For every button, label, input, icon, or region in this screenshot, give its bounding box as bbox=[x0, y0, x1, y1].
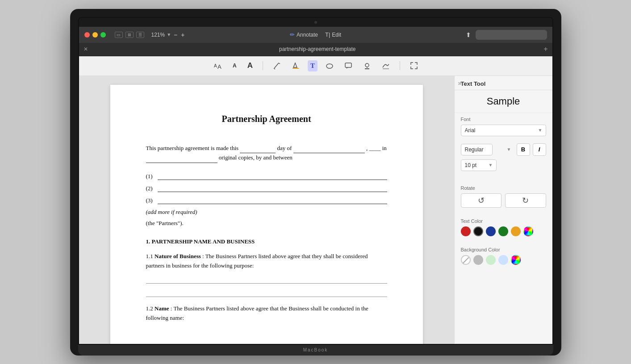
bg-color-light-green[interactable] bbox=[486, 255, 496, 265]
expand-tool-button[interactable] bbox=[407, 60, 421, 71]
single-page-icon[interactable]: ▭ bbox=[115, 32, 123, 38]
blank-month bbox=[293, 144, 365, 154]
section-1-1-lines bbox=[146, 274, 387, 297]
text-tool-button[interactable]: T bbox=[308, 60, 318, 71]
line-2 bbox=[146, 287, 387, 297]
svg-point-8 bbox=[365, 63, 369, 67]
tab-title: partnership-agreement-template bbox=[92, 46, 544, 52]
text-color-rainbow[interactable] bbox=[523, 226, 533, 236]
edit-button[interactable]: T| Edit bbox=[325, 31, 341, 38]
share-button[interactable]: ⬆ bbox=[466, 31, 471, 38]
font-label: Font bbox=[461, 117, 546, 122]
zoom-chevron: ▼ bbox=[167, 32, 171, 37]
text-color-dark-blue[interactable] bbox=[486, 226, 496, 236]
tab-close-button[interactable]: ✕ bbox=[84, 46, 88, 52]
zoom-in-button[interactable]: + bbox=[180, 31, 185, 38]
comment-tool-button[interactable] bbox=[342, 60, 355, 71]
document-area[interactable]: Partnership Agreement This partnership a… bbox=[79, 76, 454, 344]
list-item-2: (2) bbox=[146, 184, 387, 193]
text-color-section: Text Color bbox=[455, 215, 552, 243]
section-1-2: 1.2 Name : The Business Partners listed … bbox=[146, 304, 387, 323]
annotate-label: Annotate bbox=[297, 32, 318, 38]
rotate-label: Rotate bbox=[461, 185, 546, 191]
traffic-lights[interactable] bbox=[84, 32, 106, 38]
intro-paragraph: This partnership agreement is made this … bbox=[146, 144, 387, 163]
blank-copies bbox=[146, 153, 217, 163]
svg-text:A: A bbox=[217, 63, 221, 70]
maximize-button[interactable] bbox=[100, 32, 106, 38]
pencil-icon: ✏ bbox=[290, 31, 295, 38]
font-section: Font Arial Helvetica Times New Roman Cou… bbox=[455, 113, 552, 182]
font-smaller-button[interactable]: A bbox=[230, 61, 239, 71]
bg-color-light-blue[interactable] bbox=[498, 255, 508, 265]
edit-label: Edit bbox=[332, 32, 341, 38]
rotate-section: Rotate ↺ ↻ bbox=[455, 182, 552, 215]
close-button[interactable] bbox=[84, 32, 90, 38]
svg-line-3 bbox=[279, 63, 280, 64]
zoom-control: 121% ▼ − + bbox=[151, 31, 186, 38]
zoom-out-button[interactable]: − bbox=[173, 31, 178, 38]
laptop-base: MacBook bbox=[78, 345, 553, 356]
svg-text:A: A bbox=[214, 63, 217, 68]
toolbar-separator bbox=[263, 61, 263, 70]
highlight-tool-button[interactable] bbox=[289, 60, 302, 71]
section-1-1-bold: Nature of Business bbox=[155, 253, 201, 259]
section-1-1: 1.1 Nature of Business : The Business Pa… bbox=[146, 252, 387, 297]
svg-line-4 bbox=[274, 68, 275, 69]
text-color-label: Text Color bbox=[461, 218, 546, 224]
section1-title: 1. PARTNERSHIP NAME AND BUSINESS bbox=[146, 237, 387, 247]
text-color-black[interactable] bbox=[473, 226, 483, 236]
list-item-1: (1) bbox=[146, 172, 387, 181]
font-dropdown[interactable]: Arial Helvetica Times New Roman Courier bbox=[461, 125, 546, 136]
macbook-label: MacBook bbox=[303, 347, 328, 352]
text-color-orange[interactable] bbox=[511, 226, 521, 236]
document-page: Partnership Agreement This partnership a… bbox=[110, 85, 423, 344]
view-icons: ▭ ⊞ ☰ bbox=[115, 32, 144, 38]
text-color-red[interactable] bbox=[461, 226, 471, 236]
svg-line-2 bbox=[274, 63, 279, 68]
text-resize-tool-button[interactable]: AA bbox=[210, 59, 225, 72]
edit-icon: T| bbox=[325, 31, 330, 38]
section-1-2-text: : The Business Partners listed above agr… bbox=[146, 305, 368, 321]
partners-note: (the "Partners"). bbox=[146, 219, 387, 228]
bg-color-rainbow[interactable] bbox=[511, 255, 521, 265]
toolbar-separator-2 bbox=[400, 61, 400, 70]
panel-collapse-button[interactable]: » bbox=[456, 79, 464, 87]
font-size-dropdown[interactable]: 10 pt 12 pt 14 pt 16 pt 18 pt bbox=[461, 159, 497, 171]
shape-tool-button[interactable] bbox=[323, 60, 336, 71]
search-input[interactable] bbox=[476, 30, 547, 40]
title-bar-center: ✏ Annotate T| Edit bbox=[290, 31, 341, 38]
signature-tool-button[interactable] bbox=[379, 60, 393, 71]
section-1-2-label: 1.2 bbox=[146, 305, 153, 312]
bg-color-section: Background Color bbox=[455, 243, 552, 272]
blank-date bbox=[240, 144, 276, 154]
section-1-2-bold: Name bbox=[155, 305, 169, 312]
text-color-green[interactable] bbox=[498, 226, 508, 236]
grid-view-icon[interactable]: ⊞ bbox=[125, 32, 134, 38]
svg-rect-7 bbox=[345, 63, 351, 67]
font-style-dropdown[interactable]: Regular Bold Italic Bold Italic bbox=[461, 144, 493, 155]
bold-button[interactable]: B bbox=[517, 143, 530, 156]
rotate-ccw-button[interactable]: ↺ bbox=[461, 193, 502, 208]
panel-title: Text Tool bbox=[461, 80, 486, 87]
rotate-cw-button[interactable]: ↻ bbox=[505, 193, 546, 208]
list-view-icon[interactable]: ☰ bbox=[136, 32, 144, 38]
panel-sample-text: Sample bbox=[455, 90, 552, 113]
font-larger-button[interactable]: A bbox=[245, 59, 255, 72]
search-wrapper bbox=[476, 30, 547, 40]
add-tab-button[interactable]: + bbox=[543, 45, 547, 53]
minimize-button[interactable] bbox=[92, 32, 98, 38]
font-style-row: Regular Bold Italic Bold Italic ▼ B I bbox=[461, 143, 546, 156]
svg-point-6 bbox=[326, 64, 333, 68]
pen-tool-button[interactable] bbox=[270, 60, 284, 71]
stamp-tool-button[interactable] bbox=[360, 60, 374, 71]
bg-color-transparent[interactable] bbox=[461, 255, 471, 265]
section-1-1-label: 1.1 bbox=[146, 253, 153, 259]
bg-color-gray[interactable] bbox=[473, 255, 483, 265]
zoom-value: 121% bbox=[151, 32, 165, 38]
document-title: Partnership Agreement bbox=[146, 112, 387, 126]
list-item-3: (3) bbox=[146, 196, 387, 205]
italic-button[interactable]: I bbox=[533, 143, 546, 156]
right-panel: » Text Tool Sample Font Arial Helvetica … bbox=[454, 76, 552, 344]
annotate-button[interactable]: ✏ Annotate bbox=[290, 31, 318, 38]
